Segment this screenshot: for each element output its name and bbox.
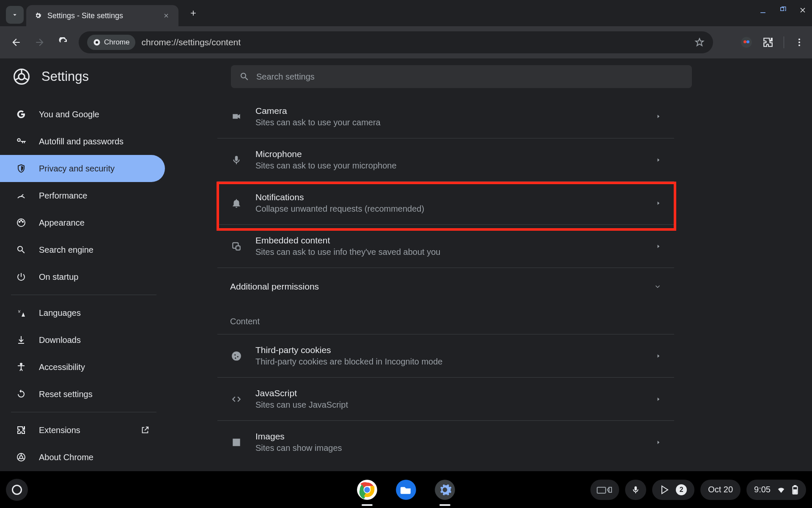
- sidebar-label: Extensions: [39, 425, 80, 435]
- sidebar-label: Languages: [39, 308, 81, 318]
- sidebar-label: Autofill and passwords: [39, 137, 123, 146]
- settings-page: Settings Search settings You and Google …: [0, 58, 812, 471]
- launcher-icon: [12, 485, 22, 495]
- svg-rect-19: [236, 246, 240, 250]
- chevron-down-icon: [11, 11, 19, 19]
- microphone-icon: [631, 485, 640, 494]
- svg-rect-25: [597, 487, 606, 493]
- sidebar-item-autofill[interactable]: Autofill and passwords: [0, 128, 165, 155]
- chromeos-shelf: 2 Oct 20 9:05: [0, 471, 812, 508]
- sidebar-item-you-and-google[interactable]: You and Google: [0, 101, 165, 128]
- status-area[interactable]: 9:05: [746, 480, 806, 500]
- phone-hub-button[interactable]: 2: [652, 480, 694, 500]
- security-chip[interactable]: Chrome: [87, 35, 135, 50]
- browser-tab[interactable]: Settings - Site settings: [26, 5, 178, 26]
- minimize-icon: [759, 6, 767, 14]
- svg-point-4: [743, 40, 746, 43]
- maximize-icon: [779, 6, 787, 14]
- overflow-menu-button[interactable]: [794, 37, 804, 47]
- chrome-logo-icon: [14, 69, 30, 85]
- play-store-icon: [660, 485, 670, 495]
- shelf-app-files[interactable]: [394, 478, 418, 502]
- forward-button[interactable]: [31, 34, 48, 51]
- sidebar-item-extensions[interactable]: Extensions: [0, 417, 165, 444]
- launcher-button[interactable]: [6, 479, 28, 501]
- profile-button[interactable]: [741, 36, 752, 48]
- browser-toolbar: Chrome chrome://settings/content: [0, 26, 812, 58]
- svg-rect-27: [794, 486, 796, 486]
- chrome-logo-icon: [93, 39, 101, 46]
- svg-rect-28: [794, 490, 797, 493]
- url-text: chrome://settings/content: [141, 37, 689, 47]
- svg-point-8: [798, 44, 800, 46]
- chevron-right-icon: [656, 353, 661, 359]
- divider: [784, 36, 784, 48]
- close-icon: [798, 6, 807, 14]
- camera-icon: [231, 111, 242, 122]
- notification-badge: 2: [676, 484, 687, 495]
- permission-row-camera[interactable]: CameraSites can ask to use your camera: [217, 95, 674, 138]
- close-window-button[interactable]: [798, 6, 807, 14]
- content-row-images[interactable]: ImagesSites can show images: [217, 420, 674, 464]
- svg-point-3: [741, 37, 752, 48]
- chevron-right-icon: [656, 157, 661, 163]
- reload-button[interactable]: [55, 34, 72, 51]
- search-placeholder: Search settings: [256, 72, 315, 82]
- svg-point-6: [798, 39, 800, 40]
- settings-search[interactable]: Search settings: [231, 65, 692, 88]
- sidebar-item-about[interactable]: About Chrome: [0, 444, 165, 471]
- avatar-icon: [741, 36, 752, 48]
- tote-icon: [596, 485, 613, 495]
- sidebar-item-languages[interactable]: Languages: [0, 299, 165, 326]
- svg-point-14: [22, 221, 23, 222]
- row-title: Camera: [255, 106, 381, 116]
- sidebar-item-appearance[interactable]: Appearance: [0, 209, 165, 236]
- sidebar-item-reset[interactable]: Reset settings: [0, 381, 165, 408]
- svg-point-24: [435, 480, 455, 500]
- maximize-button[interactable]: [779, 6, 787, 14]
- microphone-icon: [231, 155, 242, 166]
- embedded-content-icon: [231, 241, 242, 252]
- sidebar-item-accessibility[interactable]: Accessibility: [0, 353, 165, 381]
- tab-close-button[interactable]: [162, 11, 171, 20]
- sidebar-item-search-engine[interactable]: Search engine: [0, 236, 165, 263]
- permission-row-microphone[interactable]: MicrophoneSites can ask to use your micr…: [217, 138, 674, 181]
- permission-row-notifications[interactable]: NotificationsCollapse unwanted requests …: [217, 181, 674, 224]
- permission-row-embedded-content[interactable]: Embedded contentSites can ask to use inf…: [217, 224, 674, 268]
- sidebar-label: Privacy and security: [39, 164, 115, 174]
- chevron-right-icon: [656, 396, 661, 402]
- plus-icon: [189, 9, 198, 17]
- shelf-app-settings[interactable]: [433, 478, 457, 502]
- sidebar-item-privacy-security[interactable]: Privacy and security: [0, 155, 165, 182]
- download-icon: [16, 335, 26, 345]
- sidebar-label: Search engine: [39, 245, 93, 255]
- sidebar-item-on-startup[interactable]: On startup: [0, 263, 165, 290]
- tote-button[interactable]: [590, 480, 619, 500]
- address-bar[interactable]: Chrome chrome://settings/content: [79, 31, 713, 53]
- search-tabs-button[interactable]: [6, 6, 24, 24]
- new-tab-button[interactable]: [186, 6, 200, 20]
- power-icon: [16, 272, 26, 282]
- svg-rect-0: [781, 8, 784, 11]
- calendar-button[interactable]: Oct 20: [700, 480, 741, 500]
- translate-icon: [16, 308, 26, 318]
- bookmark-button[interactable]: [694, 37, 705, 47]
- close-icon: [163, 12, 170, 19]
- dictation-button[interactable]: [625, 480, 646, 500]
- chrome-color-icon: [356, 479, 378, 501]
- back-button[interactable]: [8, 34, 25, 51]
- chevron-right-icon: [656, 200, 661, 206]
- additional-permissions-row[interactable]: Additional permissions: [217, 268, 674, 305]
- svg-point-12: [19, 221, 20, 222]
- minimize-button[interactable]: [759, 6, 767, 14]
- content-row-third-party-cookies[interactable]: Third-party cookiesThird-party cookies a…: [217, 334, 674, 377]
- page-header: Settings Search settings: [0, 58, 812, 95]
- google-g-icon: [16, 109, 26, 119]
- accessibility-icon: [16, 362, 26, 372]
- sidebar-item-performance[interactable]: Performance: [0, 182, 165, 209]
- content-row-javascript[interactable]: JavaScriptSites can use JavaScript: [217, 377, 674, 420]
- shelf-app-chrome[interactable]: [355, 478, 379, 502]
- gear-icon: [34, 11, 42, 20]
- sidebar-item-downloads[interactable]: Downloads: [0, 326, 165, 353]
- extensions-button[interactable]: [763, 37, 774, 48]
